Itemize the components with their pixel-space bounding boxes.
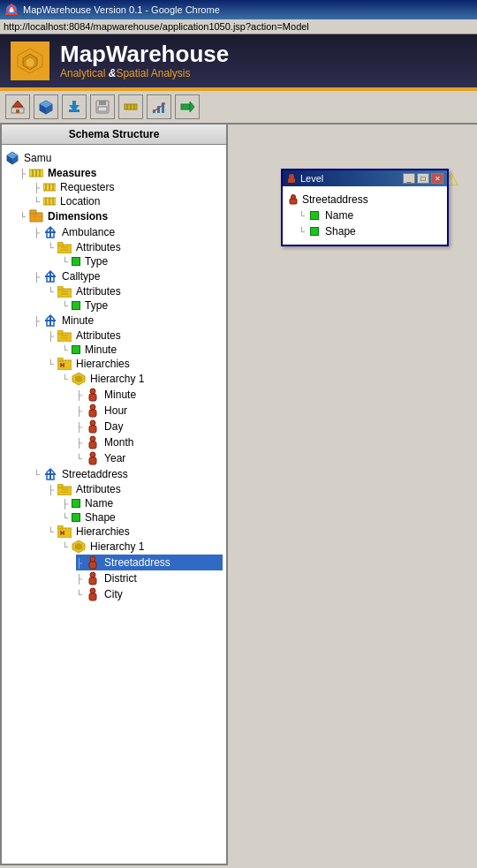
ambulance-label: Ambulance: [62, 226, 115, 238]
minute-hier-folder-icon: H: [57, 358, 72, 370]
tree-street-hierarchies[interactable]: └ H Hierarchies: [48, 525, 223, 539]
tree-calltype-attributes[interactable]: └ Attributes: [48, 284, 223, 298]
level-maximize-btn[interactable]: □: [417, 173, 429, 184]
toolbar-btn-edit[interactable]: [5, 94, 30, 119]
tree-minute-hier1[interactable]: └ Hierarchy 1: [62, 371, 223, 387]
street-name-label: Name: [85, 497, 113, 509]
title-bar: MapWarehouse Version 0.1 - Google Chrome: [0, 0, 477, 19]
tree-minute-attr-minute[interactable]: └ Minute: [62, 343, 223, 357]
level-item-name[interactable]: └ Name: [299, 208, 442, 223]
svg-text:H: H: [60, 362, 64, 368]
ambulance-type-icon: [72, 257, 80, 266]
street-attr-folder-icon: [57, 484, 72, 495]
tree-requesters[interactable]: ├ Requesters: [34, 180, 223, 194]
tree-level-streetaddress[interactable]: ├ Streetaddress: [76, 555, 223, 570]
level-window: Level _ □ ✕ Streetaddress: [281, 169, 449, 246]
tree-level-hour[interactable]: ├ Hour: [76, 403, 223, 419]
svg-rect-26: [181, 104, 190, 109]
minute-attr-folder-icon: [57, 330, 72, 342]
svg-rect-52: [57, 242, 63, 245]
streetaddress-dim-icon: [43, 467, 57, 481]
minute-hierarchies-label: Hierarchies: [76, 358, 130, 370]
tree-minute-hierarchies[interactable]: └ H Hierarchies: [48, 357, 223, 371]
tree-level-city[interactable]: └ City: [76, 586, 223, 602]
svg-point-76: [90, 404, 95, 410]
tree-level-district[interactable]: ├ District: [76, 570, 223, 586]
level-streetaddress-label: Streetaddress: [104, 556, 170, 569]
tree-measures[interactable]: ├ Measures: [19, 166, 223, 180]
minute-attributes-label: Attributes: [76, 329, 121, 342]
toolbar-btn-download[interactable]: [62, 94, 87, 119]
level-month-icon: [86, 435, 100, 449]
tree-level-year[interactable]: └ Year: [76, 450, 223, 466]
tree-level-day[interactable]: ├ Day: [76, 419, 223, 434]
toolbar-btn-measure[interactable]: [118, 94, 143, 119]
level-day-icon: [86, 419, 100, 434]
tree-street-shape[interactable]: └ Shape: [62, 510, 223, 525]
tree-street-name[interactable]: ├ Name: [62, 496, 223, 510]
level-district-icon: [86, 571, 100, 585]
requesters-icon: [43, 183, 56, 192]
svg-point-96: [90, 556, 95, 562]
toolbar-btn-save[interactable]: [90, 94, 115, 119]
svg-rect-59: [57, 286, 63, 290]
level-item-streetaddress[interactable]: Streetaddress: [288, 192, 442, 208]
requesters-label: Requesters: [60, 181, 114, 193]
schema-panel-title: Schema Structure: [2, 125, 226, 145]
toolbar-btn-exit[interactable]: [175, 94, 200, 119]
level-minimize-btn[interactable]: _: [403, 173, 415, 184]
street-shape-label: Shape: [85, 511, 116, 524]
tree-level-month[interactable]: ├ Month: [76, 434, 223, 450]
level-item-name-connector: └: [299, 211, 305, 221]
tree-root-samu[interactable]: Samu: [5, 150, 223, 166]
minute-hier1-label: Hierarchy 1: [90, 373, 144, 385]
svg-rect-99: [89, 577, 96, 585]
tree-ambulance-attributes[interactable]: └ Attributes: [48, 240, 223, 254]
tree-minute-attributes[interactable]: ├ Attributes: [48, 328, 223, 343]
tree-location[interactable]: └ Location: [34, 194, 223, 208]
level-titlebar: Level _ □ ✕: [283, 170, 447, 186]
toolbar-btn-cube[interactable]: [34, 94, 58, 119]
measures-icon: [29, 168, 43, 178]
svg-point-80: [90, 436, 95, 442]
svg-marker-4: [26, 57, 34, 68]
tree-street-hier1[interactable]: └ Hierarchy 1: [62, 539, 223, 555]
minute-dim-icon: [43, 313, 57, 328]
minute-attr-icon: [72, 345, 80, 354]
level-item-streetaddress-icon: [288, 194, 299, 205]
tree-streetaddress-dim[interactable]: └ Streetaddress: [34, 466, 223, 482]
toolbar-btn-chart[interactable]: [147, 94, 171, 119]
level-close-btn[interactable]: ✕: [431, 173, 443, 184]
ambulance-type-label: Type: [85, 255, 108, 268]
street-name-icon: [72, 499, 80, 508]
dimensions-icon: [29, 209, 43, 223]
tree-calltype[interactable]: ├ Calltype: [34, 268, 223, 284]
level-year-label: Year: [104, 452, 125, 464]
tree-dimensions[interactable]: └ Dimensions: [19, 208, 223, 224]
street-attributes-label: Attributes: [76, 483, 121, 495]
tree-level-minute[interactable]: ├ Minute: [76, 387, 223, 403]
svg-rect-81: [89, 442, 96, 449]
tree-ambulance-type[interactable]: └ Type: [62, 254, 223, 268]
level-item-shape[interactable]: └ Shape: [299, 223, 442, 239]
tree-ambulance[interactable]: ├ Ambulance: [34, 224, 223, 240]
street-hierarchies-label: Hierarchies: [76, 525, 130, 538]
main-area: Schema Structure Samu ├: [0, 125, 477, 865]
tree-street-attributes[interactable]: ├ Attributes: [48, 482, 223, 496]
level-hour-icon: [86, 404, 100, 418]
samu-icon: [5, 151, 19, 165]
svg-point-78: [90, 420, 95, 426]
right-panel: ⚠ Level _ □ ✕: [228, 125, 477, 865]
app-title-area: MapWarehouse Analytical &Spatial Analysi…: [60, 42, 229, 79]
app-subtitle: Analytical &Spatial Analysis: [60, 67, 229, 79]
svg-point-100: [90, 588, 95, 593]
tree-calltype-type[interactable]: └ Type: [62, 298, 223, 313]
svg-rect-88: [57, 484, 63, 487]
tree-minute-dim[interactable]: ├ Minute: [34, 313, 223, 328]
dimensions-label: Dimensions: [48, 210, 108, 223]
level-item-name-label: Name: [325, 209, 353, 222]
street-shape-icon: [72, 513, 80, 522]
level-item-streetaddress-label: Streetaddress: [302, 193, 368, 206]
location-label: Location: [60, 195, 100, 208]
level-window-title: Level: [300, 173, 323, 184]
